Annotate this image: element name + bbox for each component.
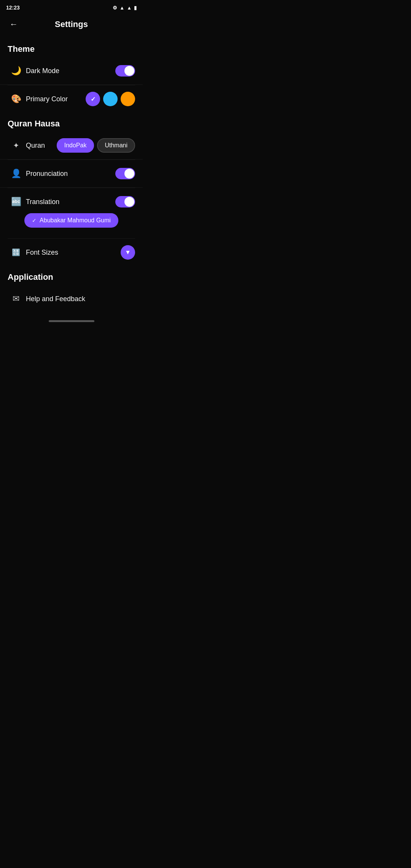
quran-hausa-section: Quran Hausa ✦ Quran IndoPak Uthmani 👤 Pr… [0,113,143,266]
pronunciation-toggle[interactable] [115,168,135,179]
help-feedback-label: Help and Feedback [26,295,135,303]
help-feedback-icon: ✉ [8,290,24,307]
font-sizes-dropdown-button[interactable]: ▼ [121,245,135,260]
header: ← Settings [0,14,143,38]
translation-selected-label: Abubakar Mahmoud Gumi [40,217,111,224]
font-sizes-label: Font Sizes [26,249,121,257]
color-orange[interactable] [121,92,135,106]
color-blue[interactable] [103,92,118,106]
translation-label: Translation [26,198,115,206]
color-purple[interactable]: ✓ [86,92,100,106]
quran-item: ✦ Quran IndoPak Uthmani [0,132,143,160]
translation-selected-button[interactable]: ✓ Abubakar Mahmoud Gumi [24,213,118,228]
pronunciation-icon: 👤 [8,165,24,182]
status-time: 12:23 [6,5,20,11]
color-check-purple: ✓ [91,96,96,103]
quran-hausa-section-header: Quran Hausa [0,113,143,132]
color-options: ✓ [86,92,135,106]
dark-mode-label: Dark Mode [26,67,115,75]
translation-toggle-knob [124,197,134,207]
settings-status-icon: ⚙ [113,5,117,11]
quran-icon: ✦ [8,137,24,154]
translation-toggle[interactable] [115,196,135,207]
dark-mode-toggle[interactable] [115,65,135,77]
toggle-knob [124,66,134,76]
primary-color-icon: 🎨 [8,91,24,107]
status-bar: 12:23 ⚙ ▲ ▲ ▮ [0,0,143,14]
help-feedback-item[interactable]: ✉ Help and Feedback [0,285,143,313]
back-arrow-icon: ← [10,19,18,29]
back-button[interactable]: ← [6,17,21,32]
theme-section: Theme 🌙 Dark Mode 🎨 Primary Color ✓ [0,38,143,113]
translation-section: 🔤 Translation ✓ Abubakar Mahmoud Gumi [0,188,143,238]
pronunciation-item: 👤 Pronunciation [0,160,143,188]
status-icons: ⚙ ▲ ▲ ▮ [113,5,137,11]
page-title: Settings [21,19,121,29]
wifi-icon: ▲ [127,5,132,11]
translation-top-row: 🔤 Translation [0,188,143,213]
primary-color-label: Primary Color [26,95,86,103]
dropdown-arrow-icon: ▼ [125,249,131,256]
bottom-nav-indicator [49,320,94,322]
quran-label: Quran [26,142,57,150]
pronunciation-label: Pronunciation [26,170,115,178]
signal-icon: ▲ [119,5,124,11]
application-section-header: Application [0,266,143,285]
theme-section-header: Theme [0,38,143,57]
uthmani-button[interactable]: Uthmani [97,138,135,153]
dark-mode-item: 🌙 Dark Mode [0,57,143,85]
translation-check-icon: ✓ [32,217,37,223]
font-sizes-item: 🔠 Font Sizes ▼ [0,239,143,266]
application-section: Application ✉ Help and Feedback [0,266,143,313]
translation-icon: 🔤 [8,193,24,210]
pronunciation-toggle-knob [124,169,134,179]
dark-mode-icon: 🌙 [8,62,24,79]
primary-color-item: 🎨 Primary Color ✓ [0,85,143,113]
font-sizes-icon: 🔠 [8,244,24,261]
indopak-button[interactable]: IndoPak [57,138,94,153]
battery-icon: ▮ [134,5,137,11]
quran-buttons: IndoPak Uthmani [57,138,135,153]
